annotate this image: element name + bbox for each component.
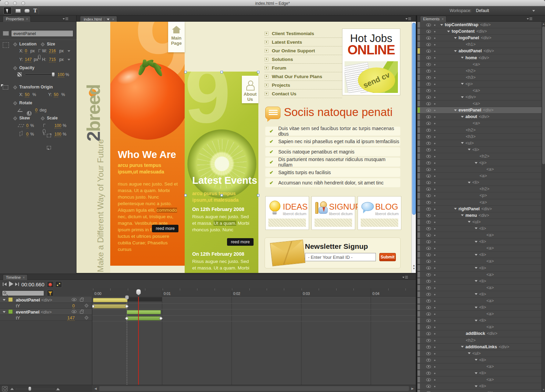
visibility-icon[interactable] xyxy=(72,298,76,301)
selection-dot-icon[interactable] xyxy=(434,320,435,321)
selection-dot-icon[interactable] xyxy=(434,71,435,72)
visibility-icon[interactable] xyxy=(426,385,431,388)
element-tree-row[interactable]: <li> xyxy=(417,304,542,311)
visibility-icon[interactable] xyxy=(426,339,431,342)
skew-y-value[interactable]: 0 xyxy=(26,132,29,137)
element-tree-row[interactable]: <a> xyxy=(417,166,542,173)
submit-button[interactable]: Submit xyxy=(379,253,396,261)
visibility-icon[interactable] xyxy=(426,115,431,118)
panel-menu-icon[interactable] xyxy=(405,17,411,21)
visibility-icon[interactable] xyxy=(426,372,431,375)
playhead-time[interactable]: 00:00.660 xyxy=(21,282,44,287)
aboutPanel-animation-bar[interactable] xyxy=(93,298,127,302)
selection-dot-icon[interactable] xyxy=(434,360,435,361)
disclosure-icon[interactable] xyxy=(475,162,477,164)
element-tree-row[interactable]: <li> xyxy=(417,291,542,298)
element-tree-row[interactable]: <h2> xyxy=(417,186,542,192)
selection-dot-icon[interactable] xyxy=(434,130,435,131)
selection-dot-icon[interactable] xyxy=(434,169,435,170)
rotate-keyframe-diamond[interactable] xyxy=(13,101,17,105)
element-tree-row[interactable]: additionalLinks<div> xyxy=(417,344,542,350)
w-stepper-icon[interactable] xyxy=(68,50,70,52)
visibility-icon[interactable] xyxy=(426,43,431,46)
auto-transition-button[interactable] xyxy=(55,281,62,288)
zoom-in-icon[interactable] xyxy=(56,388,60,390)
menu-item-link[interactable]: What Our Future Plans xyxy=(265,72,342,81)
scroll-up-icon[interactable]: ▲ xyxy=(542,22,545,25)
selection-dot-icon[interactable] xyxy=(434,182,435,183)
eventPanel-tY-bar[interactable] xyxy=(127,316,161,320)
visibility-icon[interactable] xyxy=(426,332,431,335)
disclosure-icon[interactable] xyxy=(461,214,464,216)
track-aboutPanel-tY[interactable]: tY 0 xyxy=(0,303,92,309)
lock-icon[interactable] xyxy=(80,299,83,301)
selection-dot-icon[interactable] xyxy=(434,307,435,308)
visibility-icon[interactable] xyxy=(426,273,431,276)
element-tree-row[interactable]: <a> xyxy=(417,390,542,392)
selection-dot-icon[interactable] xyxy=(434,261,435,262)
selection-dot-icon[interactable] xyxy=(434,228,435,230)
disclosure-icon[interactable] xyxy=(461,57,464,59)
visibility-icon[interactable] xyxy=(426,155,431,158)
close-icon[interactable]: × xyxy=(26,17,28,21)
selection-dot-icon[interactable] xyxy=(434,235,435,236)
tab-index-html[interactable]: index.html × xyxy=(80,16,117,22)
selection-handle[interactable] xyxy=(184,71,187,73)
element-tree-row[interactable]: <p> xyxy=(417,192,542,199)
selection-dot-icon[interactable] xyxy=(434,162,435,164)
visibility-icon[interactable] xyxy=(426,280,431,283)
visibility-icon[interactable] xyxy=(426,299,431,303)
element-tree-row[interactable]: <a> xyxy=(417,272,542,278)
selection-dot-icon[interactable] xyxy=(434,248,435,249)
tab-elements[interactable]: Elements× xyxy=(420,16,446,22)
selection-handle[interactable] xyxy=(184,194,187,197)
visibility-icon[interactable] xyxy=(426,30,431,33)
visibility-icon[interactable] xyxy=(426,221,431,224)
zoom-slider-thumb[interactable] xyxy=(28,386,31,391)
stage-vertical-scrollbar[interactable]: ▲▼ xyxy=(411,22,416,273)
track-eventPanel[interactable]: eventPanel <div> xyxy=(0,309,92,315)
element-tree-row[interactable]: <a> xyxy=(417,311,542,317)
disclosure-icon[interactable] xyxy=(475,254,477,256)
disclosure-icon[interactable] xyxy=(454,37,457,39)
element-tree-row[interactable]: <a> xyxy=(417,61,542,68)
tab-properties[interactable]: Properties× xyxy=(3,16,31,22)
menu-item-link[interactable]: Our Online Support xyxy=(265,46,342,55)
element-tree-row[interactable]: <ul> xyxy=(417,140,542,147)
rounded-rectangle-tool-button[interactable] xyxy=(23,7,31,14)
element-tree-row[interactable]: <h3> xyxy=(417,134,542,140)
selection-dot-icon[interactable] xyxy=(434,24,435,26)
h-value[interactable]: 715 xyxy=(49,57,56,62)
disclosure-icon[interactable] xyxy=(475,227,477,229)
visibility-icon[interactable] xyxy=(426,208,431,211)
ideas-box[interactable]: IDEAS liberot dictum xyxy=(265,196,309,230)
element-tree-row[interactable]: aboutPanel<div> xyxy=(417,48,542,54)
visibility-icon[interactable] xyxy=(426,260,431,263)
element-tree-row[interactable]: <h2> xyxy=(417,153,542,160)
close-icon[interactable]: × xyxy=(23,276,25,279)
track-aboutPanel[interactable]: aboutPanel <div> xyxy=(0,297,92,303)
read-more-button[interactable]: reed more xyxy=(152,225,178,232)
x-value[interactable]: 0 xyxy=(25,49,27,54)
selection-dot-icon[interactable] xyxy=(434,57,435,59)
add-keyframe-icon[interactable] xyxy=(84,316,88,319)
disclosure-icon[interactable] xyxy=(461,346,464,348)
hot-jobs-banner[interactable]: Hot Jobs ONLINE send cv xyxy=(342,29,400,95)
element-tree-row[interactable]: <li> xyxy=(417,278,542,285)
visibility-icon[interactable] xyxy=(426,286,431,289)
element-tree-row[interactable]: <li> xyxy=(417,317,542,324)
selection-dot-icon[interactable] xyxy=(434,327,435,328)
menu-item-link[interactable]: Forum xyxy=(265,64,342,72)
disclosure-icon[interactable] xyxy=(468,221,471,223)
disclosure-icon[interactable] xyxy=(454,109,457,111)
selection-dot-icon[interactable] xyxy=(434,31,435,32)
menu-item-link[interactable]: Contact Us xyxy=(265,89,342,98)
element-tree-row[interactable]: eventPanel<div> xyxy=(417,107,542,114)
element-tree-row[interactable]: home<div> xyxy=(417,54,542,61)
selection-dot-icon[interactable] xyxy=(434,314,435,315)
selection-dot-icon[interactable] xyxy=(434,386,435,387)
element-tree-row[interactable]: <ul> xyxy=(417,219,542,225)
visibility-icon[interactable] xyxy=(426,359,431,362)
selection-dot-icon[interactable] xyxy=(434,222,435,223)
element-tree-row[interactable]: <li> xyxy=(417,357,542,363)
